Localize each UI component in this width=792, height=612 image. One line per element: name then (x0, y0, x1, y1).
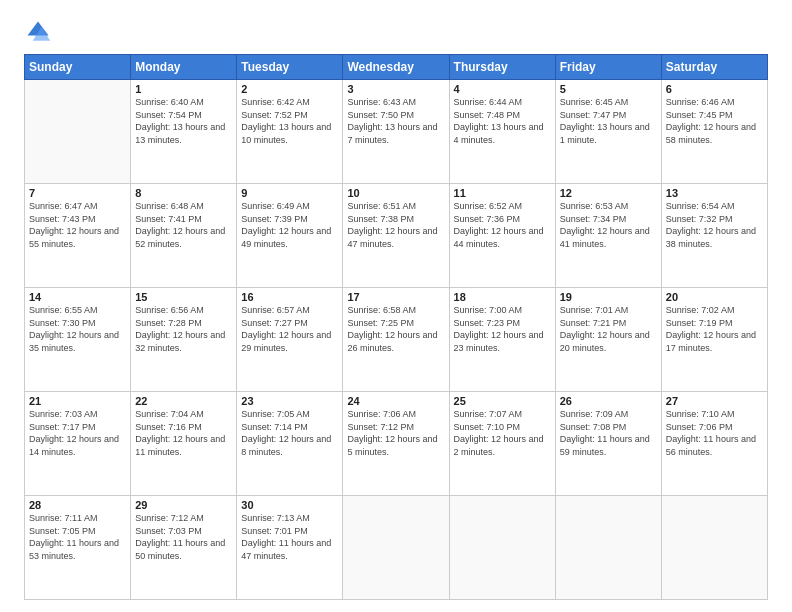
calendar-cell: 20Sunrise: 7:02 AMSunset: 7:19 PMDayligh… (661, 288, 767, 392)
calendar-cell: 13Sunrise: 6:54 AMSunset: 7:32 PMDayligh… (661, 184, 767, 288)
calendar-cell: 18Sunrise: 7:00 AMSunset: 7:23 PMDayligh… (449, 288, 555, 392)
calendar-cell: 8Sunrise: 6:48 AMSunset: 7:41 PMDaylight… (131, 184, 237, 288)
day-info: Sunrise: 7:13 AMSunset: 7:01 PMDaylight:… (241, 512, 338, 562)
calendar-table: SundayMondayTuesdayWednesdayThursdayFrid… (24, 54, 768, 600)
calendar-header-tuesday: Tuesday (237, 55, 343, 80)
day-number: 11 (454, 187, 551, 199)
day-info: Sunrise: 7:05 AMSunset: 7:14 PMDaylight:… (241, 408, 338, 458)
calendar-week-2: 7Sunrise: 6:47 AMSunset: 7:43 PMDaylight… (25, 184, 768, 288)
day-info: Sunrise: 6:45 AMSunset: 7:47 PMDaylight:… (560, 96, 657, 146)
calendar-header-row: SundayMondayTuesdayWednesdayThursdayFrid… (25, 55, 768, 80)
calendar-header-thursday: Thursday (449, 55, 555, 80)
calendar-header-saturday: Saturday (661, 55, 767, 80)
day-info: Sunrise: 6:40 AMSunset: 7:54 PMDaylight:… (135, 96, 232, 146)
day-number: 12 (560, 187, 657, 199)
day-info: Sunrise: 6:49 AMSunset: 7:39 PMDaylight:… (241, 200, 338, 250)
day-number: 20 (666, 291, 763, 303)
day-number: 10 (347, 187, 444, 199)
day-number: 16 (241, 291, 338, 303)
day-number: 18 (454, 291, 551, 303)
calendar-cell: 15Sunrise: 6:56 AMSunset: 7:28 PMDayligh… (131, 288, 237, 392)
calendar-cell: 17Sunrise: 6:58 AMSunset: 7:25 PMDayligh… (343, 288, 449, 392)
calendar-cell: 11Sunrise: 6:52 AMSunset: 7:36 PMDayligh… (449, 184, 555, 288)
calendar-cell: 21Sunrise: 7:03 AMSunset: 7:17 PMDayligh… (25, 392, 131, 496)
calendar-cell: 10Sunrise: 6:51 AMSunset: 7:38 PMDayligh… (343, 184, 449, 288)
calendar-week-5: 28Sunrise: 7:11 AMSunset: 7:05 PMDayligh… (25, 496, 768, 600)
day-number: 24 (347, 395, 444, 407)
calendar-cell: 25Sunrise: 7:07 AMSunset: 7:10 PMDayligh… (449, 392, 555, 496)
day-number: 9 (241, 187, 338, 199)
calendar-cell: 28Sunrise: 7:11 AMSunset: 7:05 PMDayligh… (25, 496, 131, 600)
day-info: Sunrise: 7:02 AMSunset: 7:19 PMDaylight:… (666, 304, 763, 354)
calendar-week-1: 1Sunrise: 6:40 AMSunset: 7:54 PMDaylight… (25, 80, 768, 184)
day-number: 4 (454, 83, 551, 95)
page: SundayMondayTuesdayWednesdayThursdayFrid… (0, 0, 792, 612)
day-info: Sunrise: 7:03 AMSunset: 7:17 PMDaylight:… (29, 408, 126, 458)
logo-icon (24, 18, 52, 46)
calendar-cell: 14Sunrise: 6:55 AMSunset: 7:30 PMDayligh… (25, 288, 131, 392)
day-number: 29 (135, 499, 232, 511)
day-info: Sunrise: 6:43 AMSunset: 7:50 PMDaylight:… (347, 96, 444, 146)
calendar-cell: 5Sunrise: 6:45 AMSunset: 7:47 PMDaylight… (555, 80, 661, 184)
day-info: Sunrise: 6:46 AMSunset: 7:45 PMDaylight:… (666, 96, 763, 146)
calendar-cell: 22Sunrise: 7:04 AMSunset: 7:16 PMDayligh… (131, 392, 237, 496)
calendar-cell: 26Sunrise: 7:09 AMSunset: 7:08 PMDayligh… (555, 392, 661, 496)
calendar-cell: 3Sunrise: 6:43 AMSunset: 7:50 PMDaylight… (343, 80, 449, 184)
day-number: 13 (666, 187, 763, 199)
calendar-cell (661, 496, 767, 600)
calendar-header-monday: Monday (131, 55, 237, 80)
day-info: Sunrise: 6:47 AMSunset: 7:43 PMDaylight:… (29, 200, 126, 250)
day-info: Sunrise: 7:01 AMSunset: 7:21 PMDaylight:… (560, 304, 657, 354)
calendar-cell (449, 496, 555, 600)
calendar-header-wednesday: Wednesday (343, 55, 449, 80)
day-info: Sunrise: 7:06 AMSunset: 7:12 PMDaylight:… (347, 408, 444, 458)
calendar-week-3: 14Sunrise: 6:55 AMSunset: 7:30 PMDayligh… (25, 288, 768, 392)
day-number: 30 (241, 499, 338, 511)
day-number: 5 (560, 83, 657, 95)
day-number: 22 (135, 395, 232, 407)
calendar-cell: 19Sunrise: 7:01 AMSunset: 7:21 PMDayligh… (555, 288, 661, 392)
calendar-cell: 23Sunrise: 7:05 AMSunset: 7:14 PMDayligh… (237, 392, 343, 496)
day-info: Sunrise: 6:54 AMSunset: 7:32 PMDaylight:… (666, 200, 763, 250)
calendar-cell: 27Sunrise: 7:10 AMSunset: 7:06 PMDayligh… (661, 392, 767, 496)
day-info: Sunrise: 6:58 AMSunset: 7:25 PMDaylight:… (347, 304, 444, 354)
calendar-cell: 30Sunrise: 7:13 AMSunset: 7:01 PMDayligh… (237, 496, 343, 600)
calendar-cell (25, 80, 131, 184)
day-info: Sunrise: 6:48 AMSunset: 7:41 PMDaylight:… (135, 200, 232, 250)
calendar-cell (343, 496, 449, 600)
calendar-week-4: 21Sunrise: 7:03 AMSunset: 7:17 PMDayligh… (25, 392, 768, 496)
calendar-cell: 4Sunrise: 6:44 AMSunset: 7:48 PMDaylight… (449, 80, 555, 184)
day-number: 25 (454, 395, 551, 407)
day-number: 17 (347, 291, 444, 303)
day-info: Sunrise: 6:53 AMSunset: 7:34 PMDaylight:… (560, 200, 657, 250)
header (24, 18, 768, 46)
calendar-cell: 7Sunrise: 6:47 AMSunset: 7:43 PMDaylight… (25, 184, 131, 288)
day-number: 1 (135, 83, 232, 95)
day-info: Sunrise: 6:57 AMSunset: 7:27 PMDaylight:… (241, 304, 338, 354)
day-number: 8 (135, 187, 232, 199)
day-info: Sunrise: 6:52 AMSunset: 7:36 PMDaylight:… (454, 200, 551, 250)
day-info: Sunrise: 7:04 AMSunset: 7:16 PMDaylight:… (135, 408, 232, 458)
day-info: Sunrise: 7:00 AMSunset: 7:23 PMDaylight:… (454, 304, 551, 354)
day-number: 27 (666, 395, 763, 407)
day-info: Sunrise: 7:11 AMSunset: 7:05 PMDaylight:… (29, 512, 126, 562)
day-number: 23 (241, 395, 338, 407)
calendar-cell: 29Sunrise: 7:12 AMSunset: 7:03 PMDayligh… (131, 496, 237, 600)
calendar-cell: 6Sunrise: 6:46 AMSunset: 7:45 PMDaylight… (661, 80, 767, 184)
day-number: 15 (135, 291, 232, 303)
calendar-cell: 12Sunrise: 6:53 AMSunset: 7:34 PMDayligh… (555, 184, 661, 288)
calendar-cell: 24Sunrise: 7:06 AMSunset: 7:12 PMDayligh… (343, 392, 449, 496)
calendar-cell: 16Sunrise: 6:57 AMSunset: 7:27 PMDayligh… (237, 288, 343, 392)
day-number: 6 (666, 83, 763, 95)
day-info: Sunrise: 7:09 AMSunset: 7:08 PMDaylight:… (560, 408, 657, 458)
calendar-header-sunday: Sunday (25, 55, 131, 80)
day-number: 3 (347, 83, 444, 95)
day-info: Sunrise: 6:44 AMSunset: 7:48 PMDaylight:… (454, 96, 551, 146)
day-info: Sunrise: 6:56 AMSunset: 7:28 PMDaylight:… (135, 304, 232, 354)
calendar-cell (555, 496, 661, 600)
day-info: Sunrise: 7:10 AMSunset: 7:06 PMDaylight:… (666, 408, 763, 458)
calendar-cell: 9Sunrise: 6:49 AMSunset: 7:39 PMDaylight… (237, 184, 343, 288)
day-info: Sunrise: 6:55 AMSunset: 7:30 PMDaylight:… (29, 304, 126, 354)
day-number: 14 (29, 291, 126, 303)
day-number: 2 (241, 83, 338, 95)
